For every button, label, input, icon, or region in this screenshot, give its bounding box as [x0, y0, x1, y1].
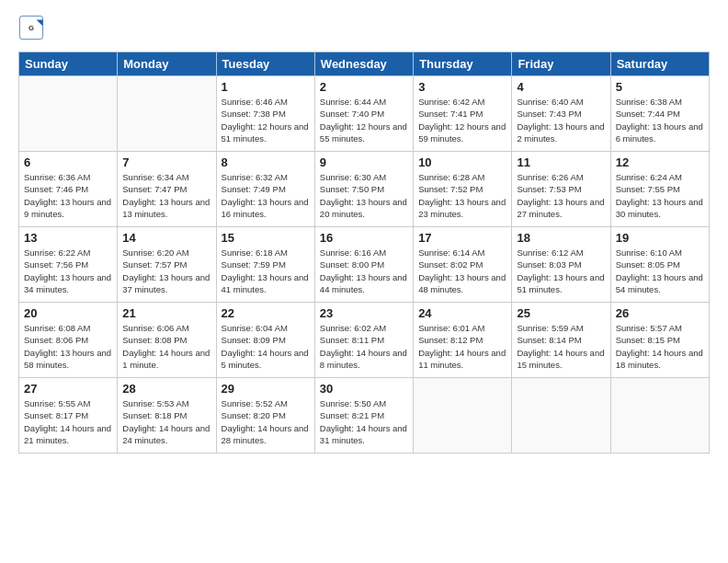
logo: G — [18, 15, 48, 40]
day-number: 29 — [222, 382, 310, 396]
day-number: 26 — [616, 306, 704, 320]
calendar-cell: 24Sunrise: 6:01 AMSunset: 8:12 PMDayligh… — [414, 303, 512, 378]
day-info: Sunrise: 6:14 AMSunset: 8:02 PMDaylight:… — [418, 247, 506, 295]
calendar-week-2: 13Sunrise: 6:22 AMSunset: 7:56 PMDayligh… — [19, 227, 710, 303]
day-info: Sunrise: 6:20 AMSunset: 7:57 PMDaylight:… — [122, 247, 210, 295]
calendar-week-1: 6Sunrise: 6:36 AMSunset: 7:46 PMDaylight… — [19, 152, 710, 227]
day-info: Sunrise: 6:12 AMSunset: 8:03 PMDaylight:… — [517, 247, 605, 295]
day-number: 30 — [320, 382, 408, 396]
day-number: 27 — [24, 382, 112, 396]
day-number: 16 — [320, 231, 408, 245]
day-number: 21 — [122, 306, 210, 320]
day-info: Sunrise: 6:18 AMSunset: 7:59 PMDaylight:… — [222, 247, 310, 295]
day-info: Sunrise: 6:42 AMSunset: 7:41 PMDaylight:… — [418, 96, 506, 144]
day-info: Sunrise: 5:52 AMSunset: 8:20 PMDaylight:… — [222, 397, 310, 446]
logo-icon: G — [18, 15, 44, 40]
day-info: Sunrise: 6:28 AMSunset: 7:52 PMDaylight:… — [418, 171, 506, 220]
day-number: 12 — [616, 155, 704, 169]
calendar-cell: 20Sunrise: 6:08 AMSunset: 8:06 PMDayligh… — [19, 303, 118, 378]
day-number: 17 — [418, 231, 506, 245]
day-info: Sunrise: 5:55 AMSunset: 8:17 PMDaylight:… — [24, 397, 112, 446]
day-number: 8 — [222, 155, 310, 169]
day-info: Sunrise: 6:40 AMSunset: 7:43 PMDaylight:… — [517, 96, 605, 144]
calendar-week-0: 1Sunrise: 6:46 AMSunset: 7:38 PMDaylight… — [19, 76, 710, 152]
day-number: 6 — [24, 155, 112, 169]
calendar-cell: 26Sunrise: 5:57 AMSunset: 8:15 PMDayligh… — [610, 303, 709, 378]
calendar-week-3: 20Sunrise: 6:08 AMSunset: 8:06 PMDayligh… — [19, 303, 710, 378]
calendar-cell — [118, 76, 216, 152]
day-info: Sunrise: 6:32 AMSunset: 7:49 PMDaylight:… — [222, 171, 310, 220]
day-number: 18 — [517, 231, 605, 245]
calendar-header-saturday: Saturday — [610, 52, 709, 76]
day-number: 25 — [517, 306, 605, 320]
calendar-cell: 12Sunrise: 6:24 AMSunset: 7:55 PMDayligh… — [610, 152, 709, 227]
calendar-cell: 1Sunrise: 6:46 AMSunset: 7:38 PMDaylight… — [216, 76, 314, 152]
day-number: 11 — [517, 155, 605, 169]
calendar-header-wednesday: Wednesday — [314, 52, 413, 76]
calendar-cell: 22Sunrise: 6:04 AMSunset: 8:09 PMDayligh… — [216, 303, 314, 378]
day-number: 24 — [418, 306, 506, 320]
calendar-cell — [610, 378, 709, 454]
day-info: Sunrise: 6:38 AMSunset: 7:44 PMDaylight:… — [616, 96, 704, 144]
day-info: Sunrise: 6:26 AMSunset: 7:53 PMDaylight:… — [517, 171, 605, 220]
calendar-cell: 30Sunrise: 5:50 AMSunset: 8:21 PMDayligh… — [314, 378, 413, 454]
calendar-cell: 4Sunrise: 6:40 AMSunset: 7:43 PMDaylight… — [512, 76, 610, 152]
calendar-cell: 11Sunrise: 6:26 AMSunset: 7:53 PMDayligh… — [512, 152, 610, 227]
day-info: Sunrise: 6:44 AMSunset: 7:40 PMDaylight:… — [320, 96, 408, 144]
calendar-cell: 29Sunrise: 5:52 AMSunset: 8:20 PMDayligh… — [216, 378, 314, 454]
day-number: 19 — [616, 231, 704, 245]
day-number: 9 — [320, 155, 408, 169]
calendar-cell: 18Sunrise: 6:12 AMSunset: 8:03 PMDayligh… — [512, 227, 610, 303]
day-info: Sunrise: 5:53 AMSunset: 8:18 PMDaylight:… — [122, 397, 210, 446]
calendar-cell: 10Sunrise: 6:28 AMSunset: 7:52 PMDayligh… — [414, 152, 512, 227]
day-number: 1 — [222, 80, 310, 94]
day-info: Sunrise: 6:16 AMSunset: 8:00 PMDaylight:… — [320, 247, 408, 295]
calendar-header-thursday: Thursday — [414, 52, 512, 76]
day-number: 7 — [122, 155, 210, 169]
day-number: 5 — [616, 80, 704, 94]
calendar-cell: 23Sunrise: 6:02 AMSunset: 8:11 PMDayligh… — [314, 303, 413, 378]
day-info: Sunrise: 6:34 AMSunset: 7:47 PMDaylight:… — [122, 171, 210, 220]
day-info: Sunrise: 5:50 AMSunset: 8:21 PMDaylight:… — [320, 397, 408, 446]
calendar-header-monday: Monday — [118, 52, 216, 76]
calendar-cell: 28Sunrise: 5:53 AMSunset: 8:18 PMDayligh… — [118, 378, 216, 454]
calendar-cell: 15Sunrise: 6:18 AMSunset: 7:59 PMDayligh… — [216, 227, 314, 303]
calendar-cell: 19Sunrise: 6:10 AMSunset: 8:05 PMDayligh… — [610, 227, 709, 303]
day-info: Sunrise: 6:08 AMSunset: 8:06 PMDaylight:… — [24, 322, 112, 371]
calendar-cell: 25Sunrise: 5:59 AMSunset: 8:14 PMDayligh… — [512, 303, 610, 378]
day-number: 14 — [122, 231, 210, 245]
day-number: 22 — [222, 306, 310, 320]
calendar-cell: 21Sunrise: 6:06 AMSunset: 8:08 PMDayligh… — [118, 303, 216, 378]
calendar-cell: 13Sunrise: 6:22 AMSunset: 7:56 PMDayligh… — [19, 227, 118, 303]
calendar-cell — [512, 378, 610, 454]
day-info: Sunrise: 6:30 AMSunset: 7:50 PMDaylight:… — [320, 171, 408, 220]
calendar-header-row: SundayMondayTuesdayWednesdayThursdayFrid… — [19, 52, 710, 76]
calendar-cell: 14Sunrise: 6:20 AMSunset: 7:57 PMDayligh… — [118, 227, 216, 303]
calendar-cell: 9Sunrise: 6:30 AMSunset: 7:50 PMDaylight… — [314, 152, 413, 227]
calendar-cell — [414, 378, 512, 454]
calendar-cell: 6Sunrise: 6:36 AMSunset: 7:46 PMDaylight… — [19, 152, 118, 227]
day-info: Sunrise: 6:10 AMSunset: 8:05 PMDaylight:… — [616, 247, 704, 295]
day-info: Sunrise: 6:24 AMSunset: 7:55 PMDaylight:… — [616, 171, 704, 220]
calendar-cell: 3Sunrise: 6:42 AMSunset: 7:41 PMDaylight… — [414, 76, 512, 152]
calendar-page: G SundayMondayTuesdayWednesdayThursdayFr… — [0, 0, 728, 563]
day-info: Sunrise: 6:36 AMSunset: 7:46 PMDaylight:… — [24, 171, 112, 220]
calendar-header-tuesday: Tuesday — [216, 52, 314, 76]
day-number: 2 — [320, 80, 408, 94]
calendar-cell: 5Sunrise: 6:38 AMSunset: 7:44 PMDaylight… — [610, 76, 709, 152]
calendar-week-4: 27Sunrise: 5:55 AMSunset: 8:17 PMDayligh… — [19, 378, 710, 454]
day-number: 13 — [24, 231, 112, 245]
calendar-cell: 27Sunrise: 5:55 AMSunset: 8:17 PMDayligh… — [19, 378, 118, 454]
calendar-cell: 16Sunrise: 6:16 AMSunset: 8:00 PMDayligh… — [314, 227, 413, 303]
svg-text:G: G — [28, 24, 34, 32]
calendar-cell: 2Sunrise: 6:44 AMSunset: 7:40 PMDaylight… — [314, 76, 413, 152]
day-info: Sunrise: 6:01 AMSunset: 8:12 PMDaylight:… — [418, 322, 506, 371]
calendar-cell: 8Sunrise: 6:32 AMSunset: 7:49 PMDaylight… — [216, 152, 314, 227]
page-header: G — [18, 15, 710, 40]
day-number: 3 — [418, 80, 506, 94]
day-number: 20 — [24, 306, 112, 320]
calendar-header-sunday: Sunday — [19, 52, 118, 76]
day-number: 10 — [418, 155, 506, 169]
day-number: 28 — [122, 382, 210, 396]
calendar-cell — [19, 76, 118, 152]
